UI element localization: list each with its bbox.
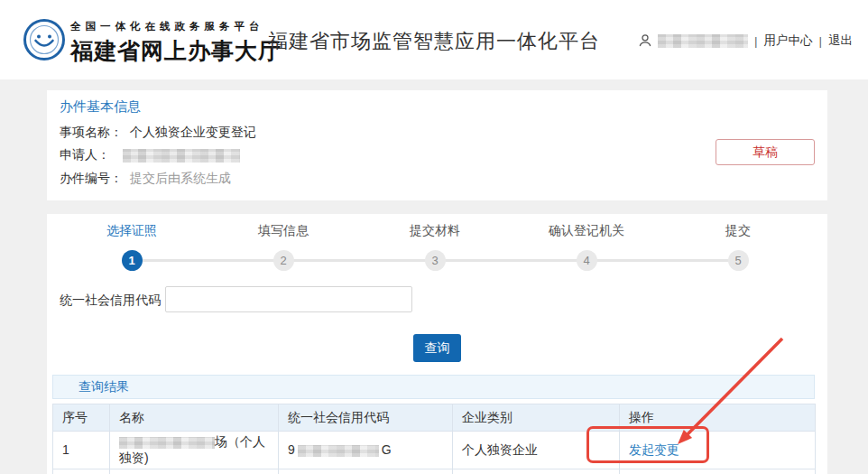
user-area: | 用户中心 | 退出: [638, 33, 853, 49]
step-circle-5: 5: [728, 250, 749, 271]
case-number-label: 办件编号：: [60, 171, 123, 185]
credit-code-input[interactable]: [165, 286, 412, 312]
item-name-label: 事项名称：: [60, 125, 123, 139]
brand-title: 福建省网上办事大厅: [70, 36, 278, 66]
separator: |: [754, 34, 758, 48]
col-header-action: 操作: [620, 404, 816, 432]
redacted-applicant: [123, 149, 240, 163]
result-table: 序号 名称 统一社会信用代码 企业类别 操作 1 场（个人独资) 9G 个人独资…: [52, 404, 816, 474]
case-number-value: 提交后由系统生成: [130, 171, 231, 185]
step-label-5: 提交: [675, 223, 801, 239]
cell-credit-code: 9G: [279, 432, 453, 469]
table-header-row: 序号 名称 统一社会信用代码 企业类别 操作: [53, 404, 816, 432]
platform-title: 福建省市场监管智慧应用一体化平台: [268, 28, 600, 55]
field-applicant: 申请人：: [60, 147, 240, 163]
logout-link[interactable]: 退出: [828, 33, 853, 49]
gov-service-logo-icon: [23, 18, 66, 61]
cell-index: 1: [53, 432, 110, 469]
redacted-credit-code: [298, 445, 379, 457]
field-item-name: 事项名称：个人独资企业变更登记: [60, 125, 256, 141]
query-button[interactable]: 查询: [413, 334, 461, 362]
col-header-credit-code: 统一社会信用代码: [279, 404, 453, 432]
separator: |: [818, 34, 822, 48]
initiate-change-link[interactable]: 发起变更: [629, 442, 679, 457]
draft-button[interactable]: 草稿: [716, 139, 815, 165]
col-header-index: 序号: [53, 404, 110, 432]
basic-info-title: 办件基本信息: [60, 98, 141, 116]
credit-code-label: 统一社会信用代码: [60, 293, 161, 309]
result-section-bar: 查询结果: [52, 375, 815, 399]
step-label-2: 填写信息: [220, 223, 346, 239]
header: 全国一体化在线政务服务平台 福建省网上办事大厅 福建省市场监管智慧应用一体化平台…: [0, 0, 868, 79]
redacted-username: [658, 34, 748, 48]
brand-text: 全国一体化在线政务服务平台 福建省网上办事大厅: [70, 20, 278, 66]
step-circle-4: 4: [577, 250, 597, 271]
basic-info-panel: 办件基本信息 事项名称：个人独资企业变更登记 申请人： 办件编号：提交后由系统生…: [47, 90, 827, 200]
applicant-label: 申请人：: [60, 147, 110, 162]
user-center-link[interactable]: 用户中心: [763, 33, 812, 49]
item-name-value: 个人独资企业变更登记: [130, 125, 256, 139]
result-section-title: 查询结果: [78, 379, 129, 395]
col-header-category: 企业类别: [453, 404, 620, 432]
code-suffix: G: [382, 442, 392, 457]
page: 全国一体化在线政务服务平台 福建省网上办事大厅 福建省市场监管智慧应用一体化平台…: [0, 0, 868, 474]
cell-name: 场（个人独资): [110, 432, 279, 469]
brand-slogan: 全国一体化在线政务服务平台: [70, 20, 278, 33]
redacted-company-name: [119, 437, 215, 449]
code-prefix: 9: [288, 442, 295, 457]
col-header-name: 名称: [110, 404, 279, 432]
step-label-1: 选择证照: [69, 223, 195, 239]
cell-category: 个人独资企业: [453, 432, 620, 469]
step-circle-1: 1: [122, 250, 143, 271]
step-circle-2: 2: [273, 250, 294, 271]
step-circle-3: 3: [425, 250, 446, 271]
table-row-partial: [53, 469, 816, 474]
page-body: 办件基本信息 事项名称：个人独资企业变更登记 申请人： 办件编号：提交后由系统生…: [0, 79, 868, 474]
field-case-number: 办件编号：提交后由系统生成: [60, 171, 231, 187]
table-row: 1 场（个人独资) 9G 个人独资企业 发起变更: [53, 432, 816, 469]
process-panel: 选择证照 填写信息 提交材料 确认登记机关 提交 1 2 3 4 5 统一社会信…: [47, 214, 827, 474]
step-label-4: 确认登记机关: [523, 223, 650, 239]
user-icon: [638, 33, 652, 48]
cell-action: 发起变更: [620, 432, 816, 469]
step-label-3: 提交材料: [372, 223, 498, 239]
